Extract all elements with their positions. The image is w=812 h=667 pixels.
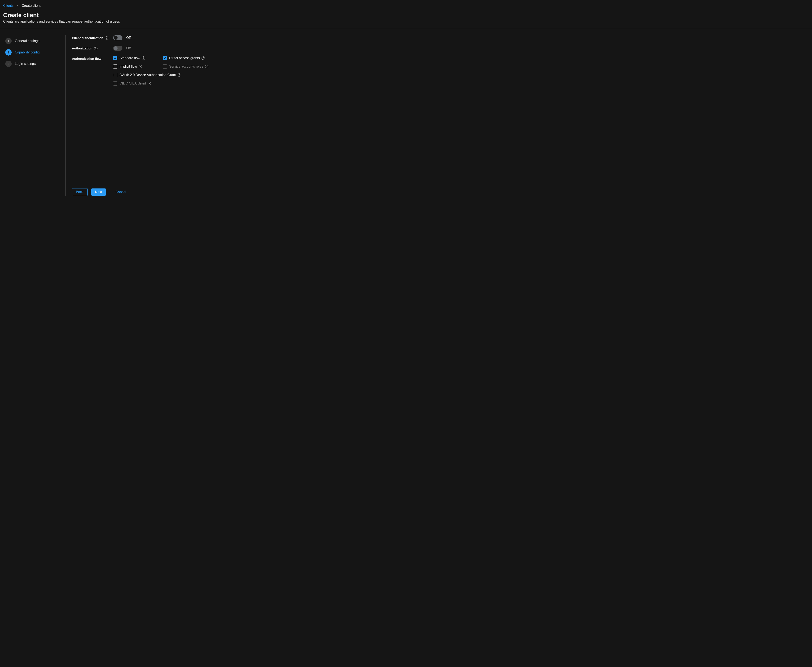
checkbox-item-oidc-ciba-grant: OIDC CIBA Grant ? [113,81,208,86]
wizard-step-capability-config[interactable]: 2 Capability config [3,47,59,58]
checkbox-direct-access-grants[interactable] [163,56,167,60]
checkbox-item-standard-flow: Standard flow ? [113,56,161,60]
form-control-col: Off [113,46,131,51]
label-text: OAuth 2.0 Device Authorization Grant [120,73,176,77]
authorization-label: Authorization ? [72,46,98,50]
authorization-toggle [113,46,122,51]
form-footer: Back Next Cancel [72,184,809,196]
main-container: 1 General settings 2 Capability config 3… [0,29,812,202]
checkbox-implicit-flow[interactable] [113,65,117,69]
cancel-button[interactable]: Cancel [110,189,132,196]
breadcrumb: Clients Create client [3,4,809,8]
client-authentication-toggle[interactable] [113,35,122,40]
back-button[interactable]: Back [72,188,88,196]
form-container: Client authentication ? Off Authorizatio… [65,35,809,196]
checkbox-label: Direct access grants ? [169,56,205,60]
form-label-col: Client authentication ? [72,35,113,40]
step-number: 3 [5,61,12,67]
help-icon[interactable]: ? [148,82,151,85]
checkbox-item-direct-access-grants: Direct access grants ? [163,56,208,60]
next-button[interactable]: Next [92,189,106,196]
authorization-row: Authorization ? Off [72,46,809,51]
breadcrumb-current: Create client [22,4,41,8]
checkbox-label: OAuth 2.0 Device Authorization Grant ? [120,73,181,77]
client-authentication-label: Client authentication ? [72,36,108,40]
label-text: Standard flow [120,56,140,60]
form-label-col: Authorization ? [72,46,113,50]
help-icon[interactable]: ? [94,47,98,50]
check-icon [114,57,116,60]
help-icon[interactable]: ? [201,56,205,60]
checkbox-standard-flow[interactable] [113,56,117,60]
checkbox-item-service-accounts-roles: Service accounts roles ? [163,65,208,69]
help-icon[interactable]: ? [205,65,208,68]
page-title: Create client [3,12,809,18]
client-authentication-row: Client authentication ? Off [72,35,809,40]
switch-value: Off [126,46,131,50]
checkbox-label: Standard flow ? [120,56,145,60]
label-text: Direct access grants [169,56,200,60]
checkbox-label: Service accounts roles ? [169,65,208,68]
page-subtitle: Clients are applications and services th… [3,20,809,23]
label-text: Authorization [72,46,92,50]
check-icon [164,57,166,60]
help-icon[interactable]: ? [105,37,108,40]
switch-value: Off [126,36,131,40]
step-label: General settings [15,39,40,43]
label-text: Client authentication [72,36,103,40]
checkbox-service-accounts-roles [163,65,167,69]
help-icon[interactable]: ? [178,73,181,77]
checkbox-label: Implicit flow ? [120,65,142,68]
form-control-col: Off [113,35,131,40]
step-number: 1 [5,38,12,44]
help-icon[interactable]: ? [142,56,145,60]
label-text: Service accounts roles [169,65,203,68]
label-text: OIDC CIBA Grant [120,81,146,85]
form-label-col: Authentication flow [72,56,113,61]
breadcrumb-clients-link[interactable]: Clients [3,4,13,8]
checkbox-oidc-ciba-grant [113,81,117,86]
checkbox-label: OIDC CIBA Grant ? [120,81,151,85]
checkbox-oauth-device-grant[interactable] [113,73,117,77]
checkbox-item-oauth-device-grant: OAuth 2.0 Device Authorization Grant ? [113,73,208,77]
label-text: Implicit flow [120,65,137,68]
step-label: Login settings [15,62,36,66]
wizard-steps: 1 General settings 2 Capability config 3… [3,35,65,196]
checkbox-item-implicit-flow: Implicit flow ? [113,65,161,69]
label-text: Authentication flow [72,57,101,60]
form-fields: Client authentication ? Off Authorizatio… [72,35,809,184]
step-label: Capability config [15,50,40,54]
step-number: 2 [5,49,12,56]
authentication-flow-row: Authentication flow Standard flow ? [72,56,809,86]
switch-handle [114,36,118,40]
help-icon[interactable]: ? [139,65,142,68]
checkbox-grid: Standard flow ? Direct access grants ? [113,56,208,86]
wizard-step-login-settings[interactable]: 3 Login settings [3,58,59,70]
page-header: Clients Create client Create client Clie… [0,0,812,29]
wizard-step-general-settings[interactable]: 1 General settings [3,35,59,47]
authentication-flow-label: Authentication flow [72,57,101,60]
switch-handle [114,46,118,50]
chevron-right-icon [17,4,18,7]
